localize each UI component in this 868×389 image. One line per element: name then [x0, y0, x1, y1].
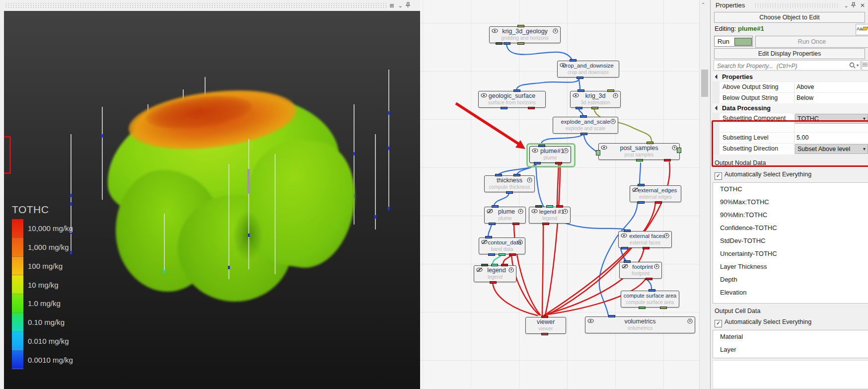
minimize-icon[interactable]: [518, 209, 523, 214]
list-item[interactable]: Elevation: [713, 286, 868, 299]
port-blue[interactable]: [492, 205, 499, 208]
drag-grip[interactable]: [5, 2, 388, 8]
minimize-icon[interactable]: [508, 267, 514, 273]
node-contour_data[interactable]: contour_data band data: [479, 237, 525, 254]
port-red[interactable]: [655, 201, 662, 204]
scrollbar-thumb[interactable]: [701, 70, 708, 97]
eye-off-icon[interactable]: [481, 239, 488, 244]
property-search-box[interactable]: ▾: [714, 60, 861, 71]
node-volumetrics[interactable]: volumetrics volumetrics: [585, 316, 695, 333]
node-external_faces[interactable]: external faces external faces: [618, 231, 672, 248]
subsetting-level-input[interactable]: 5.00: [795, 133, 868, 143]
subsetting-direction-dropdown[interactable]: Subset Above level▾: [795, 144, 868, 154]
port-blue[interactable]: [506, 191, 513, 194]
port-olive[interactable]: [517, 25, 524, 27]
minimize-icon[interactable]: [687, 318, 693, 324]
node-legend1[interactable]: legend #1 legend: [529, 207, 571, 224]
drag-grip[interactable]: [754, 3, 840, 8]
list-item[interactable]: Layer Thickness: [713, 260, 868, 273]
port-teal[interactable]: [491, 264, 498, 266]
eye-off-icon[interactable]: [632, 187, 639, 192]
minimize-icon[interactable]: [517, 239, 523, 245]
properties-titlebar[interactable]: Properties ⌄ ✕: [711, 0, 868, 11]
port-red[interactable]: [541, 315, 548, 318]
port-olive[interactable]: [660, 307, 667, 309]
minimize-icon[interactable]: [527, 177, 532, 183]
eye-icon[interactable]: [573, 93, 579, 98]
port-blue[interactable]: [488, 253, 495, 256]
search-input[interactable]: [716, 61, 842, 71]
scroll-up-icon[interactable]: ⌃: [701, 2, 705, 7]
section-header-properties[interactable]: Properties: [713, 72, 868, 81]
port-olive[interactable]: [591, 107, 598, 109]
property-value-input[interactable]: Above: [795, 82, 868, 92]
port-darkred[interactable]: [541, 333, 548, 335]
subsetting-component-dropdown[interactable]: TOTHC▾: [795, 114, 868, 124]
eye-off-icon[interactable]: [487, 209, 493, 214]
port-red[interactable]: [664, 159, 671, 161]
list-item[interactable]: Confidence-TOTHC: [713, 222, 868, 234]
side-port-green[interactable]: [677, 148, 681, 153]
port-red[interactable]: [542, 223, 549, 225]
run-state-swatch[interactable]: [734, 38, 752, 46]
list-item[interactable]: TOTHC: [713, 183, 868, 196]
eye-off-icon[interactable]: [622, 264, 628, 269]
edit-display-properties-button[interactable]: Edit Display Properties: [714, 48, 865, 59]
port-red[interactable]: [555, 162, 562, 164]
node-external_edges[interactable]: external_edges external edges: [630, 185, 681, 202]
minimize-icon[interactable]: [610, 119, 616, 124]
collapse-icon[interactable]: [715, 106, 720, 111]
list-item[interactable]: Uncertainty-TOTHC: [713, 247, 868, 260]
port-blue[interactable]: [513, 89, 520, 92]
port-blue[interactable]: [489, 223, 496, 225]
port-red[interactable]: [643, 247, 650, 249]
port-blue[interactable]: [538, 145, 545, 147]
node-explode_and_scale[interactable]: explode_and_scale explode and scale: [553, 117, 618, 134]
list-item[interactable]: Material: [713, 330, 868, 343]
port-blue[interactable]: [638, 201, 645, 204]
minimize-icon[interactable]: [553, 28, 558, 34]
port-blue[interactable]: [495, 174, 502, 176]
output-nodal-list[interactable]: TOTHC 90%Max:TOTHC 90%Min:TOTHC Confiden…: [713, 182, 868, 304]
run-toggle[interactable]: Run: [714, 36, 753, 47]
list-item[interactable]: 90%Max:TOTHC: [713, 196, 868, 209]
viewer-panel-header[interactable]: ⊞ ⌄: [0, 0, 420, 11]
node-geologic_surface[interactable]: geologic_surface surface from horizons: [478, 91, 546, 108]
minimize-icon[interactable]: [563, 148, 569, 154]
output-cell-list[interactable]: Material Layer: [713, 330, 868, 358]
port-blue[interactable]: [578, 89, 584, 92]
application-network-panel[interactable]: krig_3d_geology gridding and horizons cr…: [420, 0, 699, 389]
side-port-green[interactable]: [596, 150, 600, 156]
eye-icon[interactable]: [601, 145, 607, 150]
port-blue[interactable]: [580, 133, 587, 135]
property-value-input[interactable]: Below: [795, 93, 868, 103]
port-red[interactable]: [512, 223, 519, 225]
collapse-icon[interactable]: [715, 75, 720, 79]
port-blue[interactable]: [501, 107, 507, 109]
search-icon[interactable]: [849, 62, 856, 69]
list-item[interactable]: 90%Min:TOTHC: [713, 209, 868, 222]
port-green[interactable]: [639, 307, 646, 309]
port-blue[interactable]: [608, 315, 615, 317]
port-red[interactable]: [501, 264, 508, 266]
node-krig_3d[interactable]: krig_3d 3d estimation: [570, 91, 621, 108]
run-once-button[interactable]: Run Once: [755, 36, 868, 48]
port-olive[interactable]: [607, 89, 614, 92]
list-item[interactable]: Depth: [713, 273, 868, 286]
choose-object-button[interactable]: Choose Object to Edit: [714, 12, 865, 23]
node-plume[interactable]: plume plume: [484, 207, 526, 224]
property-list-view-icon[interactable]: [862, 60, 868, 71]
viewer-3d-canvas[interactable]: TOTHC 10,000 mg/kg 1,000 mg/kg 100 mg/kg: [4, 11, 420, 389]
port-blue[interactable]: [485, 236, 492, 238]
close-icon[interactable]: ✕: [859, 2, 866, 9]
node-plume1[interactable]: plume#1 plume: [529, 146, 571, 163]
port-green[interactable]: [636, 159, 643, 161]
node-post_samples[interactable]: post_samples post samples: [598, 143, 680, 160]
minimize-icon[interactable]: [613, 93, 618, 98]
port-red[interactable]: [646, 278, 652, 280]
chevron-down-icon[interactable]: ▾: [857, 62, 859, 69]
eye-icon[interactable]: [560, 63, 566, 68]
pin-icon[interactable]: [851, 2, 858, 9]
eye-icon[interactable]: [587, 318, 594, 323]
minimize-icon[interactable]: [664, 233, 669, 238]
